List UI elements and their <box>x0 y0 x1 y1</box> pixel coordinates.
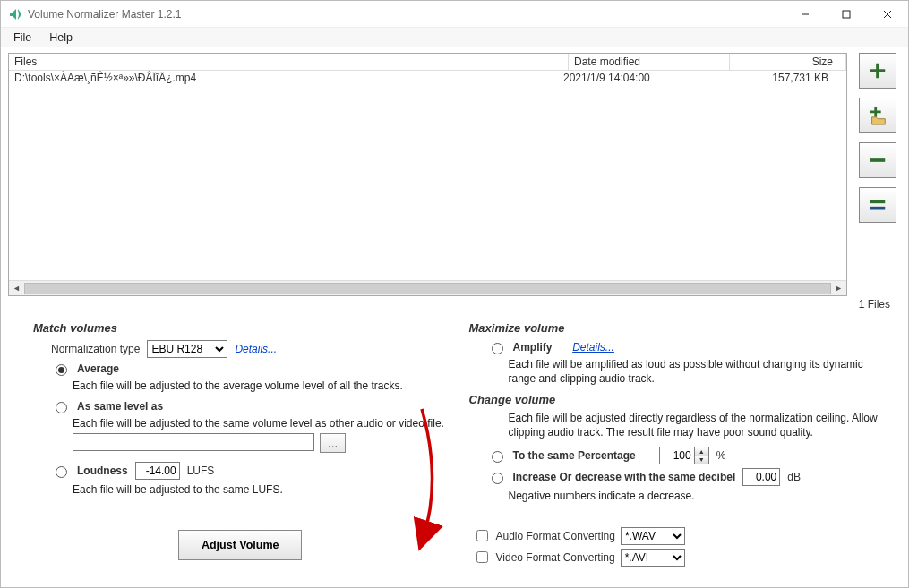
decibel-value[interactable] <box>742 468 780 486</box>
video-format-select[interactable]: *.AVI <box>621 549 685 567</box>
percentage-value[interactable] <box>659 447 695 464</box>
loudness-value[interactable] <box>135 462 180 480</box>
cell-path: D:\tools\×ÀÃæ\¸ñÊ½×ª»»\ÐÂÏîÄ¿.mp4 <box>14 72 563 84</box>
col-header-date[interactable]: Date modified <box>569 54 730 71</box>
radio-amplify-label: Amplify <box>513 341 553 354</box>
maximize-volume-title: Maximize volume <box>469 321 884 335</box>
plus-icon <box>868 61 888 81</box>
table-row[interactable]: D:\tools\×ÀÃæ\¸ñÊ½×ª»»\ÐÂÏîÄ¿.mp4 2021/1… <box>9 71 846 85</box>
radio-average[interactable] <box>56 364 67 376</box>
horizontal-scrollbar[interactable]: ◄ ► <box>9 280 846 295</box>
file-list[interactable]: Files Date modified Size D:\tools\×ÀÃæ\¸… <box>8 53 847 296</box>
svg-rect-0 <box>843 11 850 18</box>
minimize-button[interactable] <box>785 1 826 28</box>
radio-percentage-label: To the same Percentage <box>513 449 636 462</box>
col-header-size[interactable]: Size <box>730 54 846 71</box>
files-count: 1 Files <box>8 296 901 316</box>
radio-average-label: Average <box>77 362 119 375</box>
audio-convert-checkbox[interactable] <box>476 530 488 541</box>
menu-help[interactable]: Help <box>49 31 73 44</box>
decibel-unit: dB <box>787 471 801 483</box>
match-details-link[interactable]: Details... <box>235 343 277 355</box>
amplify-details-link[interactable]: Details... <box>572 341 614 354</box>
radio-decibel-label: Increase Or decrease with the same decib… <box>513 471 736 483</box>
video-convert-label: Video Format Converting <box>496 551 615 564</box>
radio-loudness-label: Loudness <box>77 464 128 477</box>
cell-date: 2021/1/9 14:04:00 <box>563 72 725 84</box>
menubar: File Help <box>1 28 908 47</box>
svg-rect-1 <box>870 158 886 162</box>
maximize-button[interactable] <box>826 1 867 28</box>
menu-file[interactable]: File <box>13 31 31 44</box>
average-desc: Each file will be adjusted to the averag… <box>73 379 448 392</box>
match-volumes-title: Match volumes <box>33 321 448 335</box>
add-folder-button[interactable] <box>859 98 896 133</box>
svg-rect-2 <box>870 200 886 204</box>
loudness-unit: LUFS <box>187 464 215 477</box>
audio-convert-label: Audio Format Converting <box>496 530 615 542</box>
video-convert-checkbox[interactable] <box>476 551 488 563</box>
clear-button[interactable] <box>859 187 896 223</box>
remove-button[interactable] <box>859 142 896 178</box>
clear-icon <box>868 195 888 215</box>
change-volume-desc: Each file will be adjusted directly rega… <box>509 412 884 439</box>
col-header-files[interactable]: Files <box>9 54 569 71</box>
radio-loudness[interactable] <box>56 466 67 478</box>
add-file-button[interactable] <box>859 53 896 89</box>
close-button[interactable] <box>867 1 908 28</box>
same-level-desc: Each file will be adjusted to the same v… <box>73 417 448 430</box>
loudness-desc: Each file will be adjusted to the same L… <box>73 483 448 496</box>
amplify-desc: Each file will be amplified as loud as p… <box>509 358 884 386</box>
negative-note: Negative numbers indicate a decrease. <box>509 490 884 504</box>
svg-rect-3 <box>870 207 886 210</box>
browse-button[interactable]: ... <box>320 433 346 453</box>
adjust-volume-button[interactable]: Adjust Volume <box>178 530 302 560</box>
window-title: Volume Normalizer Master 1.2.1 <box>28 8 181 21</box>
audio-format-select[interactable]: *.WAV <box>621 527 685 545</box>
radio-amplify[interactable] <box>492 343 503 354</box>
percentage-unit: % <box>716 449 726 462</box>
normalization-type-label: Normalization type <box>51 343 140 355</box>
normalization-type-select[interactable]: EBU R128 <box>147 340 227 358</box>
radio-percentage[interactable] <box>492 451 503 463</box>
titlebar: Volume Normalizer Master 1.2.1 <box>1 1 908 28</box>
radio-same-level[interactable] <box>56 402 67 413</box>
reference-file-input[interactable] <box>73 433 314 451</box>
radio-same-level-label: As same level as <box>77 400 163 413</box>
radio-decibel[interactable] <box>492 473 503 484</box>
minus-icon <box>868 150 888 170</box>
percentage-spinner[interactable]: ▲▼ <box>695 447 709 464</box>
plus-folder-icon <box>868 106 888 125</box>
change-volume-title: Change volume <box>469 393 884 406</box>
app-icon <box>8 7 22 21</box>
cell-size: 157,731 KB <box>725 72 841 84</box>
